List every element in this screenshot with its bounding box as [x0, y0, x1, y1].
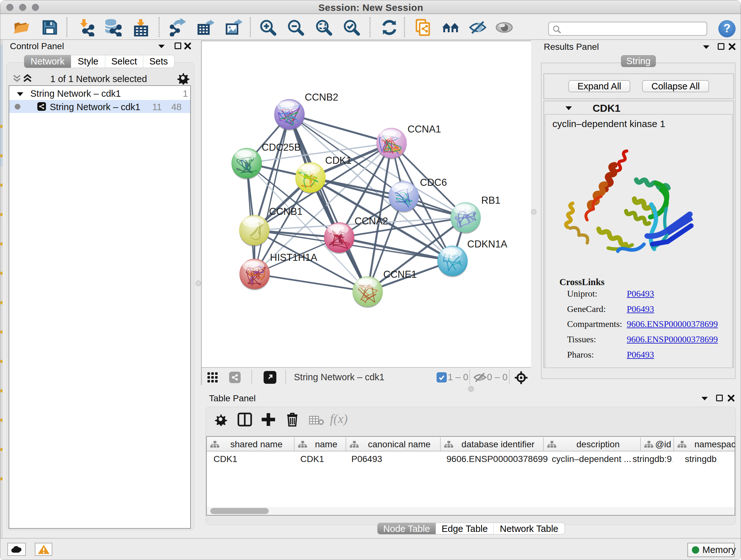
svg-text:CDKN1A: CDKN1A: [467, 239, 508, 250]
svg-text:CDC25B: CDC25B: [262, 142, 300, 153]
svg-text:CCNA1: CCNA1: [408, 124, 441, 135]
svg-text:CDK1: CDK1: [325, 155, 352, 166]
svg-text:CCNB2: CCNB2: [305, 91, 338, 103]
svg-text:CCNE1: CCNE1: [383, 269, 417, 280]
svg-text:CCNA2: CCNA2: [354, 215, 388, 227]
svg-text:CCNB1: CCNB1: [269, 206, 302, 217]
svg-text:CDC6: CDC6: [420, 177, 447, 188]
svg-text:RB1: RB1: [481, 195, 500, 206]
svg-text:HIST1H1A: HIST1H1A: [270, 252, 317, 263]
